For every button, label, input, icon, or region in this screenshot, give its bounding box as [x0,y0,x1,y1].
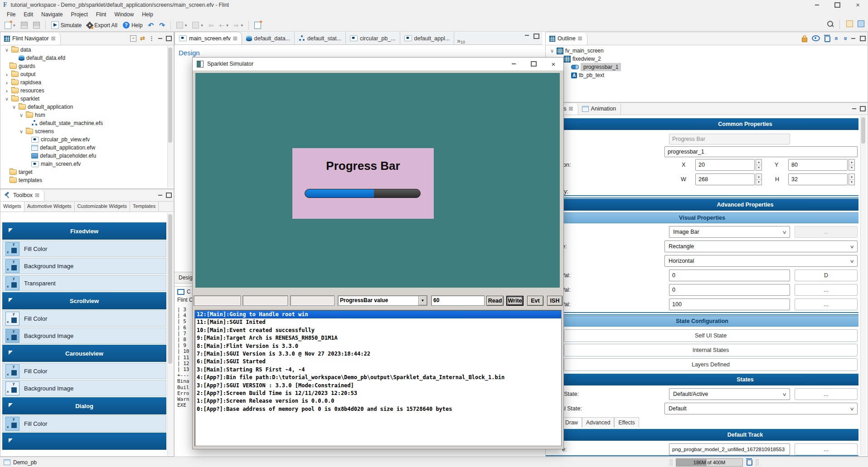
initial-state-more-button[interactable]: ... [795,388,858,400]
sim-field-1[interactable] [194,295,241,306]
expand-open-icon[interactable]: ∨ [11,104,17,110]
cur-val-more-button[interactable]: ... [795,284,858,296]
expand-open-icon[interactable]: ∨ [549,48,555,54]
heap-usage-bar[interactable]: 186M of 400M [676,458,743,467]
log-line[interactable]: 6:[Main]:SGUI Started [195,358,561,366]
link-with-editor-icon[interactable]: ⇄ [140,35,145,42]
tree-item[interactable]: default_data.efd [0,54,167,62]
evt-button[interactable]: Evt [527,296,543,306]
cur-val-input[interactable]: 0 [669,284,790,296]
editor-bottom-tab-design[interactable]: Desig [175,272,194,284]
editor-tab-main-screen[interactable]: main_screen.efv⊠ [175,32,242,44]
close-tab-icon[interactable]: ⊠ [233,35,238,42]
toolbox-tab-automotive[interactable]: Automotive Widgets [24,202,75,212]
collapse-all-icon[interactable]: « [833,37,840,40]
run-gc-trash-icon[interactable] [747,460,752,466]
editor-tab-default-appl[interactable]: default_appl... [400,32,455,44]
tree-item[interactable]: circular_pb_view.efv [0,135,167,144]
outline-item-fv-main-screen[interactable]: ∨fv_main_screen [546,47,867,55]
value-input[interactable]: 60 [431,295,485,306]
maximize-view-icon[interactable] [860,106,866,111]
tree-item[interactable]: ∨screens [0,127,167,135]
widget-name-input[interactable]: progressbar_1 [664,146,858,157]
log-line[interactable]: 11:[Main]:SGUI Inited [195,318,561,326]
tree-item[interactable]: target [0,168,167,176]
tree-item[interactable]: ∨sparklet [0,95,167,103]
toolbox-item[interactable]: Transparent [2,275,166,291]
console-view-tab[interactable]: C [175,286,194,297]
menu-edit[interactable]: Edit [19,10,37,19]
expand-closed-icon[interactable]: › [4,71,10,78]
editor-tab-default-data[interactable]: default_data... [242,32,295,44]
menu-project[interactable]: Project [67,10,92,19]
tab-effects[interactable]: Effects [614,417,639,428]
minimize-editor-icon[interactable] [525,34,529,36]
expand-open-icon[interactable]: ∨ [4,47,10,53]
h-spinner[interactable]: ▲▼ [849,173,855,185]
undo-button[interactable]: ↶ [146,21,156,29]
log-line[interactable]: 9:[Main]:Target Arch is RENESAS_RH850_D1… [195,334,561,342]
close-outline-icon[interactable]: ⊠ [578,35,582,42]
new-wizard-button[interactable]: ▾ [3,21,17,30]
back-history-button[interactable]: ⇠▾ [218,21,230,29]
tree-item[interactable]: ›output [0,70,167,78]
tree-item[interactable]: guards [0,62,167,70]
outline-view-tab[interactable]: Outline ⊠ [546,33,587,45]
outline-item-fixedview-2[interactable]: fixedview_2 [546,55,867,63]
minimize-view-icon[interactable] [158,37,162,39]
bar-style-dropdown[interactable]: Image Bar∨ [669,226,790,238]
x-input[interactable]: 20 [695,159,755,171]
collapse-all-icon[interactable]: − [130,35,136,42]
log-line[interactable]: 7:[Main]:SGUI Version is 3.3.0 @ Nov 27 … [195,350,561,358]
expand-open-icon[interactable]: ∨ [4,96,10,102]
layers-defined-button[interactable]: Layers Defined [564,358,858,371]
max-val-input[interactable]: 100 [669,298,790,310]
self-ui-state-button[interactable]: Self UI State [564,329,858,342]
tab-advanced[interactable]: Advanced [582,417,614,428]
log-line[interactable]: 10:[Main]:Event created successfully [195,327,561,334]
toolbox-section-scrollview[interactable]: Scrollview [2,292,166,309]
tree-item[interactable]: main_screen.efv [0,160,167,168]
maximize-editor-icon[interactable] [533,34,539,39]
toolbox-item[interactable]: Fill Color [2,310,166,327]
tree-item[interactable]: ∨data [0,46,167,54]
internal-states-button[interactable]: Internal States [564,344,858,356]
expand-closed-icon[interactable]: › [4,79,10,86]
simulator-close-button[interactable]: × [543,58,563,70]
maximize-view-icon[interactable] [166,193,172,198]
expand-closed-icon[interactable]: › [4,87,10,94]
toolbox-section-partial[interactable] [2,433,166,450]
forward-button[interactable]: ⇨▾ [232,21,245,29]
delete-icon[interactable] [824,36,830,42]
drag-handle[interactable] [670,459,672,466]
expand-open-icon[interactable]: ∨ [19,129,24,135]
w-input[interactable]: 268 [695,173,755,185]
outline-item-tb-pb-text[interactable]: tb_pb_text [546,71,867,79]
close-properties-icon[interactable]: ⊠ [569,106,573,112]
maximize-view-icon[interactable] [166,36,172,41]
write-button[interactable]: Write [506,296,524,306]
menu-flint[interactable]: Flint [92,10,111,19]
tree-item[interactable]: ∨default_application [0,103,167,111]
toolbox-tab-customizable[interactable]: Customizable Widgets [75,202,130,212]
redo-button[interactable]: ↷ [157,21,167,29]
property-select-dropdown[interactable]: ProgressBar value ▼ [338,295,427,306]
tree-item[interactable]: ∨hsm [0,111,167,119]
menu-help[interactable]: Help [138,10,157,19]
drag-handle[interactable] [756,459,758,466]
log-line[interactable]: 3:[App?]:SGUI VERSION : 3.3.0 [Mode:Cons… [195,382,561,390]
expand-open-icon[interactable]: ∨ [19,112,24,118]
tree-item[interactable]: default_state_machine.efs [0,119,167,127]
menu-file[interactable]: File [3,10,19,19]
open-screen-editor-button[interactable] [252,21,263,30]
tree-item[interactable]: ›rapidsea [0,78,167,87]
tree-item[interactable]: default_placeholder.efu [0,152,167,160]
menu-window[interactable]: Window [110,10,138,19]
toolbox-tab-templates[interactable]: Templates [130,202,159,212]
properties-scrollbar[interactable] [860,116,867,455]
navigator-view-tab[interactable]: Flint Navigator ⊠ [0,33,61,45]
tab-draw[interactable]: Draw [561,417,582,428]
log-line[interactable]: 2:[App?]:Screen Build Time is 12/11/2023… [195,390,561,397]
sim-field-3[interactable] [290,295,335,306]
internal-state-dropdown[interactable]: Default∨ [664,403,858,414]
